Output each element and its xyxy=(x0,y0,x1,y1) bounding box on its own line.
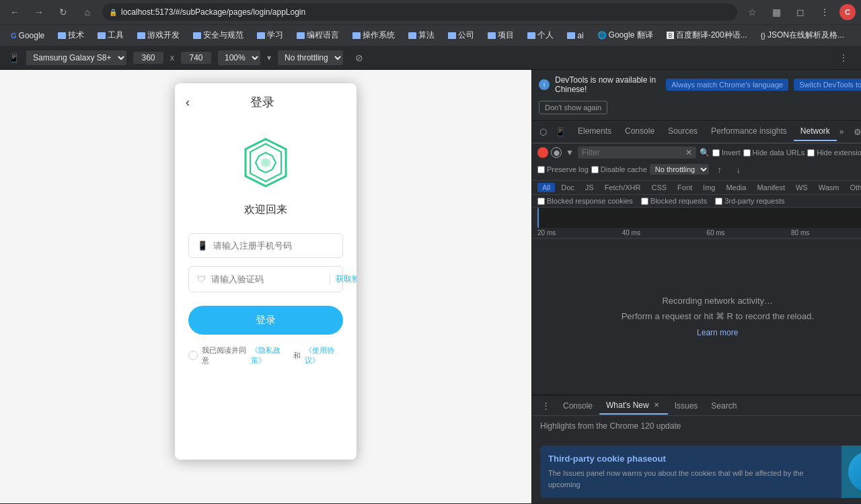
hide-data-urls-checkbox[interactable] xyxy=(743,149,751,157)
width-input[interactable]: 360 xyxy=(133,52,163,64)
preserve-log-checkbox[interactable] xyxy=(537,166,545,173)
filter-css[interactable]: CSS xyxy=(646,183,671,192)
hide-ext-urls-label[interactable]: Hide extension URLs xyxy=(807,149,861,157)
title-bar: ← → ↻ ⌂ 🔒 localhost:5173/#/subPackage/pa… xyxy=(0,0,861,24)
filter-media[interactable]: Media xyxy=(721,183,751,192)
invert-checkbox[interactable] xyxy=(712,149,720,157)
search-clear-button[interactable]: ✕ xyxy=(685,148,692,157)
bottom-tab-console[interactable]: Console xyxy=(556,398,599,414)
usage-agreement-link[interactable]: 《使用协议》 xyxy=(305,345,343,366)
filter-img[interactable]: Img xyxy=(698,183,720,192)
dont-show-again-button[interactable]: Don't show again xyxy=(539,101,607,114)
bookmark-translate-b[interactable]: 🅱 百度翻译-200种语... xyxy=(661,28,753,43)
bookmark-tech[interactable]: 技术 xyxy=(52,28,89,43)
device-toolbar-toggle-icon[interactable]: 📱 xyxy=(8,52,20,63)
settings-button[interactable]: ⚙ xyxy=(850,124,861,140)
bottom-panel-more-button[interactable]: ⋮ xyxy=(537,398,554,414)
blocked-cookies-label[interactable]: Blocked response cookies xyxy=(537,197,633,205)
mobile-back-button[interactable]: ‹ xyxy=(186,95,190,110)
filter-doc[interactable]: Doc xyxy=(556,183,579,192)
third-party-checkbox[interactable] xyxy=(715,198,722,205)
profile-icon[interactable]: C xyxy=(839,4,856,20)
no-throttle-icon[interactable]: ⊘ xyxy=(350,48,369,67)
bookmark-gamedev[interactable]: 游戏开发 xyxy=(132,28,185,43)
back-button[interactable]: ← xyxy=(5,3,24,22)
clear-button[interactable]: ⬤ xyxy=(551,147,562,158)
filter-fetch-xhr[interactable]: Fetch/XHR xyxy=(600,183,646,192)
inspect-element-button[interactable]: ⬡ xyxy=(535,124,551,140)
filter-all[interactable]: All xyxy=(537,183,555,192)
device-more-button[interactable]: ⋮ xyxy=(834,48,853,67)
bookmark-personal[interactable]: 个人 xyxy=(522,28,559,43)
whats-new-close-button[interactable]: ✕ xyxy=(652,401,661,410)
bookmark-lang[interactable]: 编程语言 xyxy=(291,28,344,43)
record-button[interactable] xyxy=(537,147,548,158)
reload-button[interactable]: ↻ xyxy=(54,3,73,22)
bottom-tab-search[interactable]: Search xyxy=(704,398,743,414)
more-tabs-button[interactable]: » xyxy=(837,123,847,140)
bookmark-os[interactable]: 操作系统 xyxy=(347,28,400,43)
disable-cache-label[interactable]: Disable cache xyxy=(591,165,647,173)
hide-data-urls-label[interactable]: Hide data URLs xyxy=(743,149,805,157)
filter-ws[interactable]: WS xyxy=(791,183,813,192)
bookmark-translate-g[interactable]: 🌐 Google 翻译 xyxy=(592,28,659,43)
filter-other[interactable]: Other xyxy=(845,183,861,192)
get-verify-code-button[interactable]: 获取验证码 xyxy=(330,274,357,285)
tab-sources[interactable]: Sources xyxy=(661,122,704,141)
preserve-log-label[interactable]: Preserve log xyxy=(537,165,589,173)
bookmark-company[interactable]: 公司 xyxy=(443,28,480,43)
address-bar[interactable]: 🔒 localhost:5173/#/subPackage/pages/logi… xyxy=(102,3,737,21)
filter-js[interactable]: JS xyxy=(581,183,599,192)
throttle-dropdown[interactable]: No throttling xyxy=(650,164,709,175)
bookmark-google[interactable]: G Google xyxy=(5,29,50,42)
more-button[interactable]: ⋮ xyxy=(815,3,834,22)
bookmark-learn[interactable]: 学习 xyxy=(252,28,289,43)
export-button[interactable]: ↓ xyxy=(731,161,747,177)
invert-checkbox-label[interactable]: Invert xyxy=(712,149,741,157)
switch-devtools-button[interactable]: Switch DevTools to Chinese xyxy=(794,79,861,91)
height-input[interactable]: 740 xyxy=(181,52,211,64)
bookmark-json[interactable]: {} JSON在线解析及格... xyxy=(755,28,850,43)
bottom-tab-issues[interactable]: Issues xyxy=(668,398,705,414)
tab-performance[interactable]: Performance insights xyxy=(704,122,794,141)
privacy-policy-link[interactable]: 《隐私政策》 xyxy=(251,345,289,366)
import-button[interactable]: ↑ xyxy=(712,161,728,177)
agreement-checkbox[interactable] xyxy=(188,351,198,360)
home-button[interactable]: ⌂ xyxy=(78,3,97,22)
third-party-label[interactable]: 3rd-party requests xyxy=(715,197,784,205)
blocked-requests-label[interactable]: Blocked requests xyxy=(641,197,707,205)
bookmark-tools[interactable]: 工具 xyxy=(92,28,129,43)
extensions-button[interactable]: ▦ xyxy=(767,3,786,22)
bookmark-security[interactable]: 安全与规范 xyxy=(188,28,249,43)
tab-console[interactable]: Console xyxy=(618,122,661,141)
verify-input[interactable] xyxy=(211,274,324,284)
tab-network[interactable]: Network xyxy=(794,122,837,141)
bookmark-algo[interactable]: 算法 xyxy=(403,28,440,43)
disable-cache-checkbox[interactable] xyxy=(591,166,599,173)
throttle-selector[interactable]: No throttling xyxy=(278,50,343,65)
bottom-tab-whats-new[interactable]: What's New ✕ xyxy=(599,397,668,415)
bookmark-project[interactable]: 项目 xyxy=(482,28,519,43)
device-selector[interactable]: Samsung Galaxy S8+ xyxy=(26,50,126,65)
forward-button[interactable]: → xyxy=(30,3,48,22)
bookmark-ai[interactable]: ai xyxy=(562,29,589,42)
learn-more-link[interactable]: Learn more xyxy=(697,328,738,337)
bookmark-star-button[interactable]: ☆ xyxy=(743,3,761,22)
filter-wasm[interactable]: Wasm xyxy=(814,183,844,192)
filter-font[interactable]: Font xyxy=(673,183,697,192)
tab-search-button[interactable]: ◻ xyxy=(791,3,810,22)
json-icon: {} xyxy=(761,32,765,40)
tab-elements[interactable]: Elements xyxy=(571,122,618,141)
zoom-selector[interactable]: 100% xyxy=(218,50,260,65)
login-button[interactable]: 登录 xyxy=(188,306,343,335)
phone-input[interactable] xyxy=(213,241,334,251)
blocked-requests-checkbox[interactable] xyxy=(641,198,648,205)
search-button[interactable]: 🔍 xyxy=(699,147,710,158)
hide-ext-urls-checkbox[interactable] xyxy=(807,149,815,157)
filter-toggle-button[interactable]: ▼ xyxy=(564,147,575,158)
match-language-button[interactable]: Always match Chrome's language xyxy=(666,79,788,91)
filter-manifest[interactable]: Manifest xyxy=(752,183,790,192)
device-mode-button[interactable]: 📱 xyxy=(552,124,568,140)
network-filter-input[interactable] xyxy=(582,148,683,157)
blocked-cookies-checkbox[interactable] xyxy=(537,198,545,205)
